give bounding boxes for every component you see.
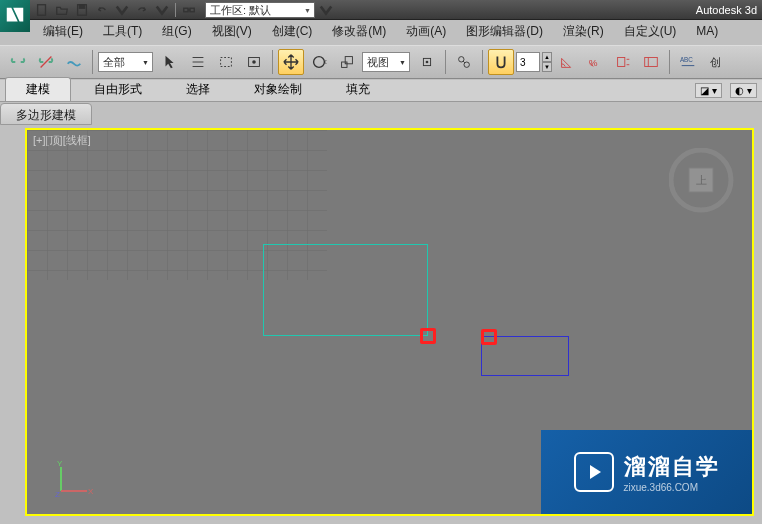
redo-icon [135, 3, 149, 17]
spinner-snap-tool[interactable] [610, 49, 636, 75]
angle-snap-tool[interactable] [554, 49, 580, 75]
menu-custom[interactable]: 自定义(U) [614, 21, 687, 42]
scale-tool[interactable] [334, 49, 360, 75]
angle-icon [558, 53, 576, 71]
svg-rect-23 [645, 58, 658, 67]
refsys-dropdown[interactable]: 视图 [362, 52, 410, 72]
main-toolbar: 全部 视图 3 ▲▼ % ABC 创 [0, 45, 762, 79]
ribbon-dropdown[interactable]: ◪ ▾ [695, 83, 722, 98]
svg-rect-2 [79, 5, 84, 9]
menu-edit[interactable]: 编辑(E) [33, 21, 93, 42]
scope-dropdown[interactable]: 全部 [98, 52, 153, 72]
undo-dropdown[interactable] [113, 2, 131, 18]
axis-z-label: Z [55, 490, 60, 499]
rotate-tool[interactable] [306, 49, 332, 75]
separator [175, 3, 176, 17]
viewcube[interactable]: 上 [669, 148, 734, 213]
pivot-tool[interactable] [414, 49, 440, 75]
bind-tool[interactable] [61, 49, 87, 75]
menu-max[interactable]: MA) [686, 22, 728, 40]
separator [92, 50, 93, 74]
new-file-button[interactable] [33, 2, 51, 18]
tab-freeform[interactable]: 自由形式 [73, 77, 163, 101]
open-file-button[interactable] [53, 2, 71, 18]
chevron-down-icon [319, 3, 333, 17]
bind-icon [65, 53, 83, 71]
tab-model[interactable]: 建模 [5, 77, 71, 101]
abc-icon: ABC [679, 53, 697, 71]
edit-named-icon [642, 53, 660, 71]
select-name-tool[interactable] [185, 49, 211, 75]
spinner-buttons[interactable]: ▲▼ [542, 52, 552, 72]
create-tool[interactable]: 创 [703, 49, 729, 75]
rectangle-object-1[interactable] [263, 244, 428, 336]
quick-toolbar: 工作区: 默认 [33, 1, 335, 19]
spinner-snap-icon [614, 53, 632, 71]
separator [482, 50, 483, 74]
unlink-tool[interactable] [33, 49, 59, 75]
play-icon [574, 452, 614, 492]
svg-rect-14 [342, 62, 347, 67]
menu-modifier[interactable]: 修改器(M) [322, 21, 396, 42]
snap-spinner[interactable]: 3 [516, 52, 540, 72]
window-crossing-tool[interactable] [241, 49, 267, 75]
link-tool[interactable] [5, 49, 31, 75]
window-crossing-icon [245, 53, 263, 71]
pivot-marker-2 [481, 329, 497, 345]
percent-snap-tool[interactable]: % [582, 49, 608, 75]
separator [669, 50, 670, 74]
panel-polymodel[interactable]: 多边形建模 [0, 103, 92, 125]
menu-animation[interactable]: 动画(A) [396, 21, 456, 42]
region-rect-icon [217, 53, 235, 71]
save-button[interactable] [73, 2, 91, 18]
cursor-icon [161, 53, 179, 71]
menu-graph[interactable]: 图形编辑器(D) [456, 21, 553, 42]
app-logo[interactable] [0, 0, 30, 32]
menu-group[interactable]: 组(G) [152, 21, 201, 42]
axis-gizmo: Y X Z [53, 459, 93, 499]
watermark-subtitle: zixue.3d66.COM [624, 482, 720, 493]
svg-rect-15 [345, 57, 352, 64]
manipulate-icon [455, 53, 473, 71]
svg-point-12 [252, 60, 256, 64]
link-button[interactable] [180, 2, 198, 18]
ribbon-help[interactable]: ◐ ▾ [730, 83, 757, 98]
workspace-selector[interactable]: 工作区: 默认 [205, 2, 315, 18]
menu-create[interactable]: 创建(C) [262, 21, 323, 42]
separator [445, 50, 446, 74]
watermark-title: 溜溜自学 [624, 452, 720, 482]
app-logo-icon [4, 5, 26, 27]
tab-fill[interactable]: 填充 [325, 77, 391, 101]
menu-tools[interactable]: 工具(T) [93, 21, 152, 42]
tab-objpaint[interactable]: 对象绘制 [233, 77, 323, 101]
manipulate-tool[interactable] [451, 49, 477, 75]
chevron-down-icon [155, 3, 169, 17]
chevron-down-icon [115, 3, 129, 17]
undo-button[interactable] [93, 2, 111, 18]
redo-button[interactable] [133, 2, 151, 18]
snap-toggle[interactable] [488, 49, 514, 75]
menu-view[interactable]: 视图(V) [202, 21, 262, 42]
abc-tool[interactable]: ABC [675, 49, 701, 75]
svg-text:创: 创 [710, 56, 721, 68]
select-tool[interactable] [157, 49, 183, 75]
svg-point-13 [314, 57, 325, 68]
link-icon [9, 53, 27, 71]
tab-select[interactable]: 选择 [165, 77, 231, 101]
svg-rect-10 [221, 58, 232, 67]
workspace-label: 工作区: 默认 [210, 3, 271, 18]
menu-render[interactable]: 渲染(R) [553, 21, 614, 42]
edit-named-tool[interactable] [638, 49, 664, 75]
svg-rect-22 [618, 58, 625, 67]
quick-dropdown[interactable] [317, 2, 335, 18]
unlink-icon [37, 53, 55, 71]
scale-icon [338, 53, 356, 71]
undo-icon [95, 3, 109, 17]
percent-icon: % [586, 53, 604, 71]
viewport-top[interactable]: [+][顶][线框] Y X Z 上 溜溜自学 zixue.3d66 [25, 128, 754, 516]
separator [272, 50, 273, 74]
region-rect-tool[interactable] [213, 49, 239, 75]
move-tool[interactable] [278, 49, 304, 75]
redo-dropdown[interactable] [153, 2, 171, 18]
svg-text:ABC: ABC [680, 56, 693, 63]
